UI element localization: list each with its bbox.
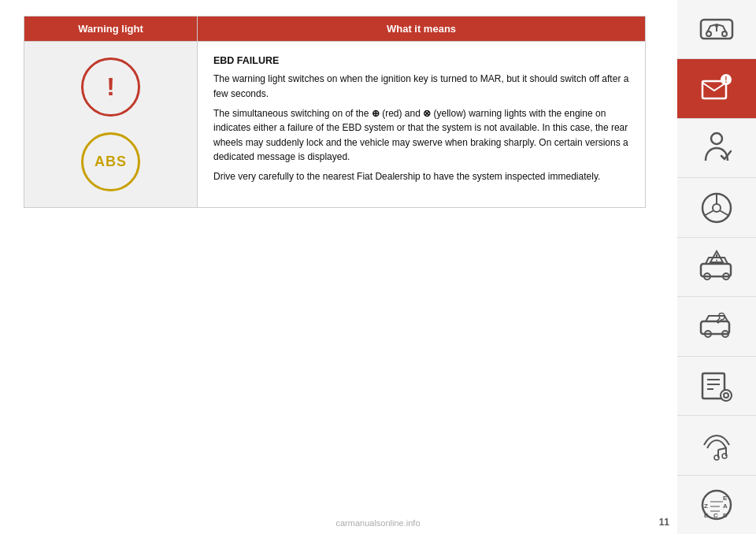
svg-point-1 (706, 32, 711, 36)
sidebar: ! (677, 0, 756, 534)
svg-text:!: ! (724, 76, 727, 84)
svg-text:B: B (704, 512, 709, 519)
what-it-means-cell: EBD FAILURE The warning light switches o… (198, 42, 645, 207)
breakdown-icon (696, 247, 737, 287)
warning-light-icon: ! (696, 69, 737, 109)
sidebar-item-navigation[interactable] (677, 416, 756, 475)
svg-point-2 (722, 32, 727, 36)
svg-point-27 (724, 393, 728, 398)
steering-icon (696, 187, 737, 228)
warning-table: Warning light What it means ! ABS EBD FA… (24, 16, 646, 208)
svg-text:C: C (713, 512, 718, 519)
svg-point-8 (711, 133, 722, 144)
sidebar-item-car-maintenance[interactable] (677, 297, 756, 356)
header-warning-light: Warning light (24, 17, 198, 41)
main-content: Warning light What it means ! ABS EBD FA… (0, 0, 677, 534)
sidebar-item-steering[interactable] (677, 178, 756, 237)
car-info-icon (696, 9, 737, 50)
map-icon: Z B C E A D (696, 484, 737, 525)
sidebar-item-car-info[interactable] (677, 0, 756, 59)
paragraph-1: The warning light switches on when the i… (213, 72, 629, 101)
svg-line-12 (704, 210, 713, 216)
svg-point-10 (713, 204, 721, 212)
table-header: Warning light What it means (24, 17, 645, 42)
navigation-icon (696, 425, 737, 465)
abs-text: ABS (94, 154, 127, 170)
section-title: EBD FAILURE (213, 54, 629, 69)
abs-warning-circle: ABS (81, 132, 140, 191)
warning-light-icons: ! ABS (24, 42, 198, 207)
table-body: ! ABS EBD FAILURE The warning light swit… (24, 42, 645, 207)
person-service-icon (696, 128, 737, 169)
paragraph-2-prefix: The simultaneous switching on of the (213, 108, 369, 119)
sidebar-item-person-service[interactable] (677, 119, 756, 178)
svg-line-13 (720, 210, 729, 216)
header-what-it-means: What it means (198, 17, 645, 41)
svg-text:A: A (723, 502, 728, 510)
svg-text:Z: Z (704, 502, 708, 510)
watermark: carmanualsonline.info (335, 518, 420, 528)
car-maintenance-icon (696, 306, 737, 347)
svg-text:D: D (723, 512, 728, 519)
paragraph-3: Drive very carefully to the nearest Fiat… (213, 169, 629, 184)
paragraph-2-ref1: (red) and (382, 108, 421, 119)
svg-point-18 (716, 259, 717, 261)
paragraph-2: The simultaneous switching on of the ⊕ (… (213, 106, 629, 165)
page-number: 11 (659, 517, 669, 528)
ref-icon-1: ⊕ (372, 108, 382, 119)
ref-icon-2: ⊗ (423, 108, 433, 119)
sidebar-item-breakdown[interactable] (677, 238, 756, 297)
red-warning-circle: ! (81, 57, 140, 117)
svg-text:E: E (723, 495, 728, 502)
settings-list-icon (696, 365, 737, 406)
sidebar-item-settings[interactable] (677, 357, 756, 416)
exclamation-icon: ! (106, 72, 115, 102)
sidebar-item-warning-light[interactable]: ! (677, 59, 756, 118)
sidebar-item-map[interactable]: Z B C E A D (677, 476, 756, 534)
svg-point-3 (715, 24, 718, 28)
